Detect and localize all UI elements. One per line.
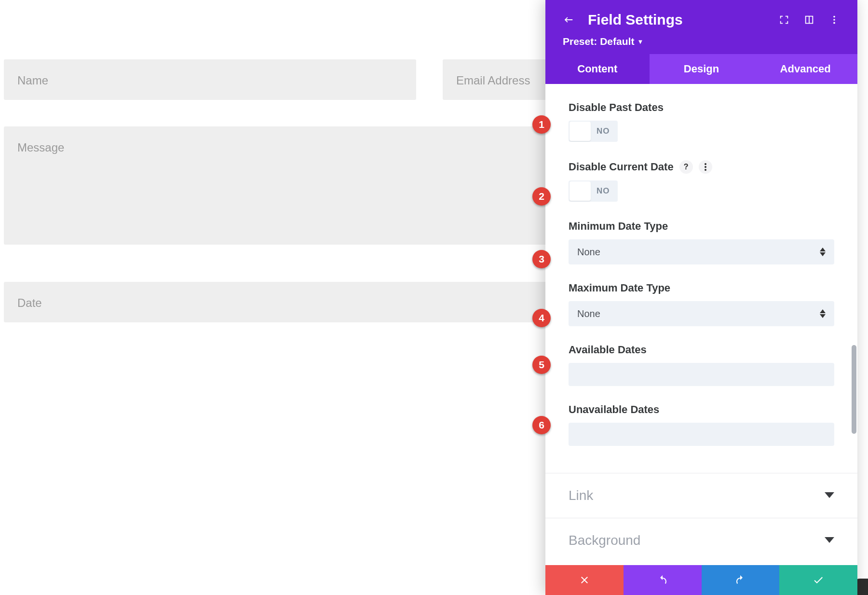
available-dates-input[interactable]	[569, 363, 834, 386]
unavailable-dates-input[interactable]	[569, 423, 834, 446]
preset-selector[interactable]: Preset: Default ▼	[563, 36, 840, 47]
panel-header: Field Settings Preset: Default ▼	[545, 0, 857, 54]
settings-panel: Field Settings Preset: Default ▼ Content…	[545, 0, 857, 595]
setting-label: Maximum Date Type	[569, 282, 834, 294]
expand-icon[interactable]	[778, 14, 790, 26]
select-arrows-icon	[820, 248, 826, 256]
scrollbar-thumb[interactable]	[852, 345, 856, 434]
svg-point-3	[705, 163, 706, 165]
max-date-select[interactable]: None	[569, 301, 834, 326]
setting-available-dates: Available Dates	[569, 344, 834, 386]
disable-current-toggle[interactable]: NO	[569, 180, 618, 202]
panel-body: Disable Past Dates NO Disable Current Da…	[545, 84, 857, 565]
name-field[interactable]: Name	[4, 59, 416, 100]
select-value: None	[577, 308, 600, 319]
save-button[interactable]	[779, 565, 857, 595]
accordion-link[interactable]: Link	[545, 473, 857, 518]
select-value: None	[577, 247, 600, 258]
setting-disable-past-dates: Disable Past Dates NO	[569, 101, 834, 143]
svg-point-2	[833, 22, 835, 24]
setting-label: Minimum Date Type	[569, 220, 834, 233]
accordion-background[interactable]: Background	[545, 518, 857, 563]
panel-title: Field Settings	[588, 12, 765, 28]
callout-4: 4	[532, 309, 551, 327]
preset-value: Default	[600, 36, 634, 47]
setting-label: Disable Past Dates	[569, 101, 834, 114]
callout-3: 3	[532, 250, 551, 268]
toggle-knob	[570, 122, 591, 141]
svg-point-4	[705, 166, 706, 168]
accordion-title: Link	[569, 488, 593, 503]
setting-label: Disable Current Date	[569, 161, 674, 173]
svg-point-1	[833, 19, 835, 21]
panel-footer	[545, 565, 857, 595]
callout-5: 5	[532, 356, 551, 374]
chevron-down-icon	[825, 536, 834, 545]
panel-tabs: Content Design Advanced	[545, 54, 857, 84]
options-icon[interactable]	[699, 160, 712, 174]
setting-disable-current-date: Disable Current Date ? NO	[569, 160, 834, 203]
scrollbar-track[interactable]	[851, 84, 857, 565]
setting-label: Unavailable Dates	[569, 403, 834, 416]
preset-label: Preset:	[563, 36, 597, 47]
toggle-knob	[570, 181, 591, 201]
select-arrows-icon	[820, 309, 826, 318]
tab-content[interactable]: Content	[545, 54, 650, 84]
layout-icon[interactable]	[803, 14, 815, 26]
setting-min-date-type: Minimum Date Type None	[569, 220, 834, 264]
accordion-title: Background	[569, 533, 640, 548]
redo-button[interactable]	[702, 565, 780, 595]
svg-point-0	[833, 16, 835, 18]
back-icon[interactable]	[563, 14, 574, 26]
accordion-group: Link Background	[545, 473, 857, 563]
tab-design[interactable]: Design	[650, 54, 754, 84]
setting-unavailable-dates: Unavailable Dates	[569, 403, 834, 446]
more-icon[interactable]	[828, 14, 840, 26]
setting-max-date-type: Maximum Date Type None	[569, 282, 834, 326]
disable-past-toggle[interactable]: NO	[569, 121, 618, 142]
callout-2: 2	[532, 187, 551, 206]
caret-down-icon: ▼	[637, 38, 643, 45]
help-icon[interactable]: ?	[679, 160, 693, 174]
min-date-select[interactable]: None	[569, 239, 834, 264]
undo-button[interactable]	[624, 565, 702, 595]
callout-6: 6	[532, 416, 551, 434]
toggle-state: NO	[592, 126, 618, 136]
setting-label: Available Dates	[569, 344, 834, 356]
chevron-down-icon	[825, 491, 834, 500]
cancel-button[interactable]	[545, 565, 624, 595]
svg-point-5	[705, 169, 706, 171]
tab-advanced[interactable]: Advanced	[753, 54, 857, 84]
toggle-state: NO	[592, 186, 618, 196]
callout-1: 1	[532, 115, 551, 134]
